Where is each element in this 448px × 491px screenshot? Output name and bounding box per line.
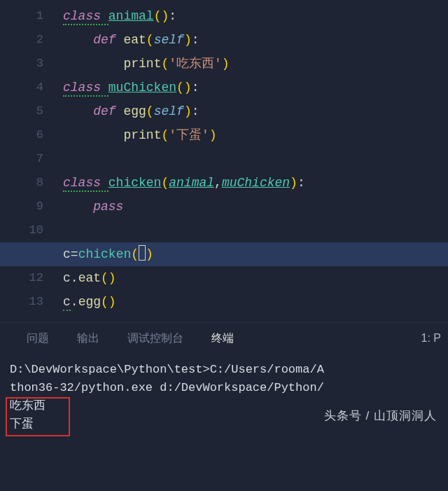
code-line[interactable]: class muChicken(): xyxy=(63,76,448,99)
line-number: 13 xyxy=(0,290,43,314)
line-number: 4 xyxy=(0,76,43,99)
tab-output[interactable]: 输出 xyxy=(77,331,99,346)
code-line[interactable] xyxy=(63,147,448,171)
code-line[interactable]: def egg(self): xyxy=(63,99,448,123)
line-number: 10 xyxy=(0,219,43,242)
terminal-line: thon36-32/python.exe d:/DevWorkspace/Pyt… xyxy=(10,379,438,397)
line-number: 8 xyxy=(0,171,43,195)
panel-tabs: 问题 输出 调试控制台 终端 1: P xyxy=(0,323,448,354)
code-line[interactable]: pass xyxy=(63,195,448,219)
terminal-output[interactable]: D:\DevWorkspace\Python\test>C:/Users/roo… xyxy=(0,354,448,441)
code-line[interactable]: print('下蛋') xyxy=(63,123,448,147)
terminal-line: D:\DevWorkspace\Python\test>C:/Users/roo… xyxy=(10,361,438,379)
watermark-text: 头条号 / 山顶洞洞人 xyxy=(324,407,437,425)
code-line[interactable] xyxy=(63,219,448,242)
code-line[interactable]: c=chicken() xyxy=(63,242,448,266)
line-number: 12 xyxy=(0,266,43,290)
code-line[interactable]: c.eat() xyxy=(63,266,448,290)
terminal-selector[interactable]: 1: P xyxy=(421,332,448,345)
tab-problems[interactable]: 问题 xyxy=(27,331,49,346)
code-line[interactable]: c.egg() xyxy=(63,290,448,314)
line-number: 9 xyxy=(0,195,43,219)
line-number: 5 xyxy=(0,99,43,123)
code-line[interactable]: print('吃东西') xyxy=(63,52,448,76)
code-editor[interactable]: 1 2 3 4 5 6 7 8 9 10 11 12 13 class anim… xyxy=(0,0,448,322)
bottom-panel: 问题 输出 调试控制台 终端 1: P D:\DevWorkspace\Pyth… xyxy=(0,322,448,441)
line-gutter: 1 2 3 4 5 6 7 8 9 10 11 12 13 xyxy=(0,0,63,322)
line-number: 1 xyxy=(0,4,43,28)
tab-terminal[interactable]: 终端 xyxy=(211,331,234,346)
code-line[interactable]: class chicken(animal,muChicken): xyxy=(63,171,448,195)
code-area[interactable]: class animal(): def eat(self): print('吃东… xyxy=(63,0,448,322)
line-number: 6 xyxy=(0,123,43,147)
line-number: 2 xyxy=(0,28,43,52)
tab-debug-console[interactable]: 调试控制台 xyxy=(127,331,183,346)
code-line[interactable]: class animal(): xyxy=(63,4,448,28)
code-line[interactable]: def eat(self): xyxy=(63,28,448,52)
line-number: 7 xyxy=(0,147,43,171)
line-number: 3 xyxy=(0,52,43,76)
cursor xyxy=(139,245,146,261)
